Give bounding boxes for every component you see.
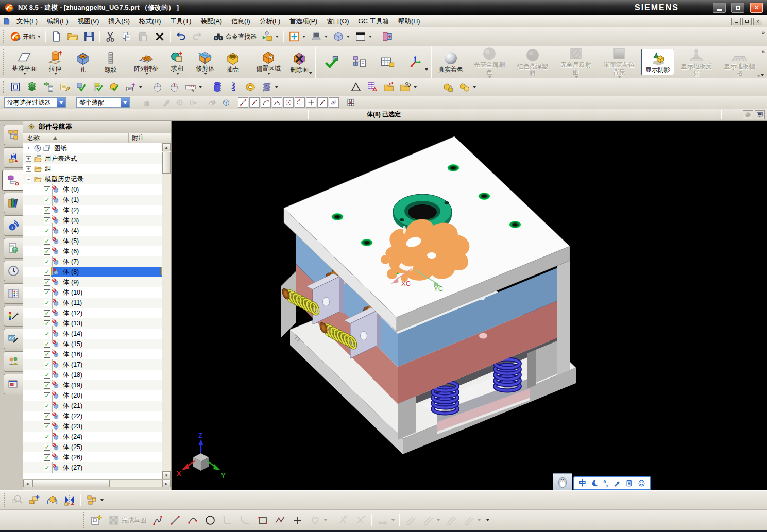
dropdown-arrow-icon[interactable] — [425, 68, 428, 71]
menu-9[interactable]: 分析(L) — [255, 16, 285, 27]
scroll-track[interactable] — [162, 174, 171, 471]
tab-hd3d-tools[interactable] — [4, 215, 23, 236]
shiny-metal-button[interactable]: 光亮金属刷色 — [468, 44, 510, 80]
view-orient-button[interactable] — [331, 29, 352, 44]
scroll-down-icon[interactable]: ▼ — [162, 471, 171, 479]
draft-analysis-button[interactable] — [348, 80, 364, 94]
quick-extend-button[interactable] — [352, 512, 369, 528]
menu-3[interactable]: 视图(V) — [73, 16, 104, 27]
tab-roles[interactable] — [4, 351, 23, 372]
key-tool-button[interactable] — [188, 97, 199, 108]
graphics-window[interactable]: XC YC Z X Y 中 — [172, 121, 767, 490]
body-visibility-checkbox[interactable]: ✓ — [44, 310, 50, 317]
body-visibility-checkbox[interactable]: ✓ — [44, 362, 50, 368]
tree-item-body-0[interactable]: ✓体 (0) — [23, 184, 162, 195]
moon-icon[interactable] — [591, 479, 599, 487]
column-header-note[interactable]: 附注 — [129, 133, 171, 143]
snap-pole-button[interactable] — [272, 97, 282, 108]
close-button[interactable]: × — [750, 3, 763, 13]
tree-item-body-22[interactable]: ✓体 (22) — [23, 411, 162, 421]
tree-item-body-7[interactable]: ✓体 (7) — [23, 256, 162, 267]
tree-expander[interactable]: − — [26, 177, 31, 182]
tree-item-body-15[interactable]: ✓体 (15) — [23, 339, 162, 349]
quick-trim-button[interactable] — [335, 512, 351, 528]
tree-item-body-25[interactable]: ✓体 (25) — [23, 442, 162, 452]
undo-button[interactable] — [173, 29, 189, 44]
arc-button[interactable] — [184, 512, 201, 528]
red-plastic-button[interactable]: 红色亮泽塑料 — [512, 46, 554, 79]
body-visibility-checkbox[interactable]: ✓ — [44, 331, 50, 337]
toolbar-overflow-icon[interactable]: » — [762, 29, 765, 36]
doc-close-button[interactable]: × — [753, 18, 762, 25]
tree-group-3[interactable]: +组 — [23, 164, 162, 174]
body-visibility-checkbox[interactable]: ✓ — [44, 351, 50, 358]
scroll-right-icon[interactable]: ► — [162, 480, 171, 487]
open-file-button[interactable] — [65, 29, 80, 44]
snap-circle-center-button[interactable] — [283, 97, 294, 108]
layer-category-button[interactable] — [41, 80, 56, 94]
box-group-button[interactable] — [457, 80, 478, 94]
mouse-rotate-button[interactable] — [166, 80, 182, 94]
show-shadow-button[interactable]: 显示阴影 — [641, 49, 674, 75]
tree-item-body-11[interactable]: ✓体 (11) — [23, 298, 162, 308]
geometric-constraint-button[interactable] — [402, 512, 419, 528]
menu-1[interactable]: 文件(F) — [12, 16, 42, 27]
check-mate-button[interactable] — [90, 80, 106, 94]
mirror-assembly-button[interactable] — [61, 492, 78, 508]
body-visibility-checkbox[interactable]: ✓ — [44, 279, 50, 286]
tree-item-body-9[interactable]: ✓体 (9) — [23, 277, 162, 287]
toolbar-grip[interactable] — [4, 493, 6, 507]
tab-part-navigator[interactable] — [2, 170, 23, 191]
navigator-vertical-scrollbar[interactable]: ▲ ▼ — [162, 143, 171, 479]
chamfer-button[interactable] — [237, 512, 253, 528]
show-constraint-button[interactable] — [443, 512, 459, 528]
toolbar-grip[interactable] — [3, 81, 5, 93]
toolbar-overflow-icon[interactable]: » — [762, 48, 765, 55]
assembly-constraints-button[interactable] — [318, 53, 345, 72]
command-finder-button[interactable]: 命令查找器 — [211, 29, 259, 44]
body-visibility-checkbox[interactable]: ✓ — [44, 454, 50, 461]
body-visibility-checkbox[interactable]: ✓ — [44, 197, 50, 203]
tree-item-body-6[interactable]: ✓体 (6) — [23, 246, 162, 256]
dropdown-arrow-icon[interactable] — [414, 86, 417, 88]
move-component-button[interactable] — [44, 492, 60, 508]
doc-minimize-button[interactable] — [731, 18, 741, 25]
tab-color-tool[interactable] — [4, 306, 23, 327]
menu-12[interactable]: GC 工具箱 — [353, 16, 394, 27]
tree-item-body-24[interactable]: ✓体 (24) — [23, 432, 162, 442]
body-visibility-checkbox[interactable]: ✓ — [44, 217, 50, 224]
tree-item-body-2[interactable]: ✓体 (2) — [23, 205, 162, 215]
dropdown-arrow-icon[interactable] — [757, 75, 760, 77]
tree-item-body-26[interactable]: ✓体 (26) — [23, 452, 162, 462]
cut-button[interactable] — [103, 29, 118, 44]
toolbar-grip[interactable] — [3, 30, 5, 43]
wire-spring-button[interactable] — [226, 80, 242, 94]
tree-item-body-21[interactable]: ✓体 (21) — [23, 401, 162, 411]
tab-visualization[interactable] — [4, 329, 23, 349]
dropdown-arrow-icon[interactable] — [324, 519, 327, 521]
tree-item-body-12[interactable]: ✓体 (12) — [23, 308, 162, 318]
unite-button[interactable]: 求和 — [164, 48, 191, 76]
tree-item-body-8[interactable]: ✓体 (8) — [23, 267, 162, 277]
toolbar-overflow-dropdown-icon[interactable] — [761, 74, 764, 76]
show-box-button[interactable] — [220, 97, 232, 108]
3d-scene[interactable]: XC YC Z X Y — [172, 121, 767, 490]
menu-5[interactable]: 格式(R) — [134, 16, 165, 27]
new-file-button[interactable] — [48, 29, 64, 44]
wrench-tool-button[interactable] — [161, 97, 172, 108]
snap-arc-end-button[interactable] — [261, 97, 271, 108]
body-visibility-checkbox[interactable]: ✓ — [44, 413, 50, 420]
ime-mode-button[interactable]: 中 — [579, 479, 586, 488]
annotation-note-button[interactable] — [57, 80, 73, 94]
snapshot-button[interactable] — [8, 80, 23, 94]
selection-scope-combo[interactable]: 整个装配 — [76, 97, 130, 108]
dropdown-arrow-icon[interactable] — [391, 519, 395, 521]
true-shading-button[interactable]: 真实着色 — [434, 49, 467, 75]
fillet-button[interactable] — [219, 512, 236, 528]
body-visibility-checkbox[interactable]: ✓ — [44, 207, 50, 214]
ime-punct-button[interactable]: °, — [603, 479, 608, 488]
add-component-button[interactable] — [26, 492, 43, 508]
trim-body-button[interactable]: 修剪体 — [192, 48, 218, 76]
body-visibility-checkbox[interactable]: ✓ — [44, 228, 50, 234]
point-button[interactable] — [289, 512, 306, 528]
